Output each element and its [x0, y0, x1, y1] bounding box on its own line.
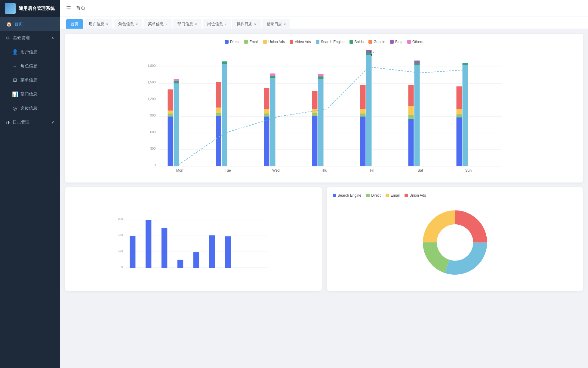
sidebar-item-menu[interactable]: ⊞ 菜单信息	[6, 73, 60, 87]
bar-sun-videoads	[457, 86, 462, 109]
bar-fri-videoads	[360, 85, 366, 109]
sidebar-item-role[interactable]: ≡ 角色信息	[6, 59, 60, 73]
toggle-menu-icon[interactable]: ☰	[66, 5, 71, 12]
legend-email: Email	[244, 40, 258, 44]
chevron-up-icon: ∧	[51, 36, 54, 40]
tabs-bar: 首页 用户信息 × 角色信息 × 菜单信息 × 部门信息 × 岗位信息 × 操作…	[60, 17, 588, 29]
sidebar-label-role: 角色信息	[20, 63, 37, 69]
legend-baidu: Baidu	[349, 40, 364, 44]
bottom-bar2-1	[146, 220, 151, 268]
bar-wed-email	[264, 114, 269, 117]
tab-menu-label: 菜单信息	[148, 21, 164, 27]
tab-dept[interactable]: 部门信息 ×	[173, 19, 201, 29]
tab-role-label: 角色信息	[118, 21, 134, 27]
bar-tue-unionads	[216, 108, 221, 113]
chart1-container: 0 300 600 900 1,200 1,500 1,800	[71, 49, 577, 176]
chart1-svg: 0 300 600 900 1,200 1,500 1,800	[71, 49, 577, 175]
sidebar-label-user: 用户信息	[20, 49, 37, 55]
log-icon: ◑	[6, 120, 10, 125]
tab-post[interactable]: 岗位信息 ×	[203, 19, 231, 29]
bottom-bar7-1	[225, 236, 231, 268]
tab-role[interactable]: 角色信息 ×	[114, 19, 142, 29]
legend2-label-unionads: Union Ads	[410, 193, 426, 198]
content-area: Direct Email Union Ads Video Ads Search …	[60, 29, 588, 368]
legend-label-baidu: Baidu	[355, 40, 364, 44]
tab-user-close[interactable]: ×	[106, 22, 108, 26]
tab-home[interactable]: 首页	[66, 19, 83, 29]
tab-oplog-close[interactable]: ×	[254, 22, 256, 26]
bottom-charts-row: 0 100 150 200	[65, 187, 583, 291]
bar-sat-videoads	[408, 85, 414, 106]
legend-dot-searchengine	[316, 40, 319, 44]
svg-text:200: 200	[118, 217, 123, 220]
bar-mon-others	[174, 79, 179, 81]
svg-text:1,800: 1,800	[147, 64, 156, 67]
sidebar-group-log[interactable]: ◑ 日志管理 ∨	[0, 115, 60, 129]
svg-text:0: 0	[122, 265, 123, 268]
bottom-bar3-1	[162, 228, 167, 268]
svg-text:Wed: Wed	[272, 168, 279, 173]
sidebar-item-dept[interactable]: 📊 部门信息	[6, 87, 60, 101]
sidebar-item-home[interactable]: 🏠 首页	[0, 17, 60, 31]
app-title: 通用后台管理系统	[19, 6, 55, 11]
legend-label-google: Google	[374, 40, 385, 44]
main-chart-card: Direct Email Union Ads Video Ads Search …	[65, 34, 583, 182]
page-title: 首页	[76, 5, 85, 11]
sidebar-label-menu: 菜单信息	[20, 77, 37, 83]
sidebar-item-user[interactable]: 👤 用户信息	[6, 45, 60, 59]
tab-role-close[interactable]: ×	[136, 22, 137, 26]
svg-text:Thu: Thu	[321, 168, 327, 173]
tab-post-close[interactable]: ×	[225, 22, 226, 26]
tab-dept-close[interactable]: ×	[195, 22, 197, 26]
tab-loginlog-close[interactable]: ×	[284, 22, 286, 26]
legend-bing: Bing	[390, 40, 402, 44]
logo-image	[5, 3, 16, 14]
bar-wed-videoads	[264, 88, 269, 109]
sidebar-logo: 通用后台管理系统	[0, 0, 60, 17]
svg-text:1,200: 1,200	[147, 97, 156, 101]
legend2-searchengine: Search Engine	[333, 193, 362, 198]
bottom-bar1-1	[130, 236, 135, 268]
dept-icon: 📊	[12, 91, 17, 97]
tab-user[interactable]: 用户信息 ×	[84, 19, 112, 29]
bar-sat-baidu	[414, 63, 420, 65]
svg-text:150: 150	[118, 233, 123, 236]
bar-wed-unionads	[264, 109, 269, 114]
tab-post-label: 岗位信息	[207, 21, 223, 27]
bottom-right-chart: Search Engine Direct Email Union Ads	[327, 187, 583, 291]
legend-label-bing: Bing	[395, 40, 402, 44]
legend-dot-videoads	[290, 40, 293, 44]
svg-text:300: 300	[150, 147, 155, 150]
legend-label-videoads: Video Ads	[295, 40, 311, 44]
chevron-down-icon: ∨	[51, 120, 54, 124]
tab-loginlog[interactable]: 登录日志 ×	[262, 19, 290, 29]
sidebar: 通用后台管理系统 🏠 首页 ⚙ 基础管理 ∧ 👤 用户信息 ≡ 角色信息 ⊞ 菜…	[0, 0, 60, 368]
chart2-legend: Search Engine Direct Email Union Ads	[333, 193, 577, 198]
tab-menu[interactable]: 菜单信息 ×	[143, 19, 172, 29]
bottom-bar5-1	[193, 252, 199, 268]
legend-label-direct: Direct	[230, 40, 239, 44]
legend-dot-bing	[390, 40, 394, 44]
topbar: ☰ 首页	[60, 0, 588, 17]
bar-sun-email	[457, 114, 462, 117]
role-icon: ≡	[12, 63, 17, 69]
chart1-legend: Direct Email Union Ads Video Ads Search …	[71, 40, 577, 44]
svg-text:900: 900	[150, 114, 155, 117]
user-icon: 👤	[12, 49, 17, 55]
bar-mon-baidu	[174, 81, 179, 83]
tab-user-label: 用户信息	[89, 21, 104, 27]
sidebar-item-post[interactable]: ◎ 岗位信息	[6, 101, 60, 115]
tab-oplog[interactable]: 操作日志 ×	[232, 19, 260, 29]
legend-videoads: Video Ads	[290, 40, 311, 44]
tab-menu-close[interactable]: ×	[165, 22, 167, 26]
tab-loginlog-label: 登录日志	[266, 21, 282, 27]
sidebar-group-basic[interactable]: ⚙ 基础管理 ∧	[0, 31, 60, 45]
legend2-dot-email	[386, 194, 389, 197]
bar-sat-bing	[414, 61, 420, 63]
bar-thu-baidu	[318, 76, 324, 79]
bar-sat-email	[408, 115, 414, 119]
bar-sun-baidu	[463, 63, 468, 65]
legend-dot-email	[244, 40, 248, 44]
chart2-svg: 0 100 150 200	[71, 193, 316, 284]
svg-text:Sun: Sun	[465, 168, 472, 173]
